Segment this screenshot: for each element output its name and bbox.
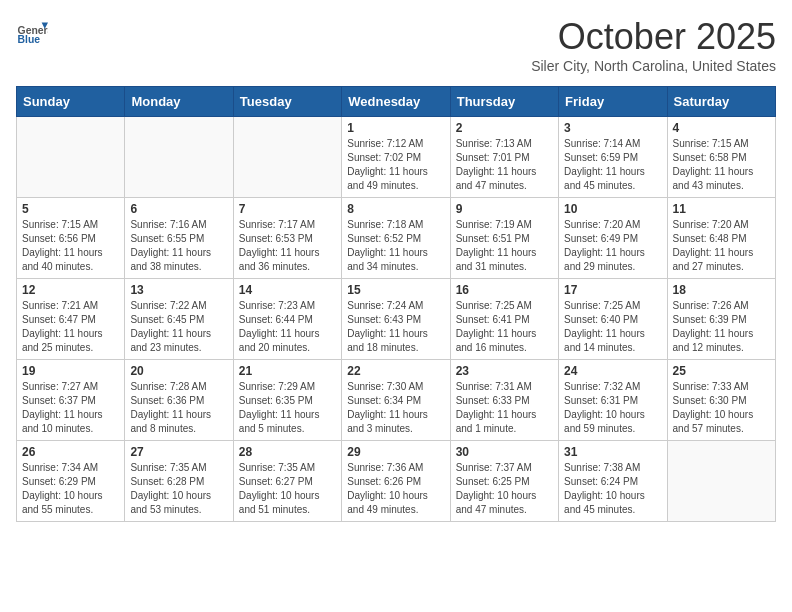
day-info: Sunrise: 7:27 AM Sunset: 6:37 PM Dayligh… bbox=[22, 380, 119, 436]
day-number: 28 bbox=[239, 445, 336, 459]
calendar-week-row: 12Sunrise: 7:21 AM Sunset: 6:47 PM Dayli… bbox=[17, 279, 776, 360]
day-number: 14 bbox=[239, 283, 336, 297]
calendar-cell: 17Sunrise: 7:25 AM Sunset: 6:40 PM Dayli… bbox=[559, 279, 667, 360]
calendar-header-row: SundayMondayTuesdayWednesdayThursdayFrid… bbox=[17, 87, 776, 117]
day-number: 4 bbox=[673, 121, 770, 135]
day-info: Sunrise: 7:28 AM Sunset: 6:36 PM Dayligh… bbox=[130, 380, 227, 436]
day-info: Sunrise: 7:35 AM Sunset: 6:28 PM Dayligh… bbox=[130, 461, 227, 517]
day-info: Sunrise: 7:22 AM Sunset: 6:45 PM Dayligh… bbox=[130, 299, 227, 355]
day-info: Sunrise: 7:21 AM Sunset: 6:47 PM Dayligh… bbox=[22, 299, 119, 355]
day-number: 9 bbox=[456, 202, 553, 216]
calendar-cell: 27Sunrise: 7:35 AM Sunset: 6:28 PM Dayli… bbox=[125, 441, 233, 522]
day-number: 2 bbox=[456, 121, 553, 135]
calendar-week-row: 1Sunrise: 7:12 AM Sunset: 7:02 PM Daylig… bbox=[17, 117, 776, 198]
calendar-cell: 15Sunrise: 7:24 AM Sunset: 6:43 PM Dayli… bbox=[342, 279, 450, 360]
col-header-sunday: Sunday bbox=[17, 87, 125, 117]
page-header: General Blue October 2025 Siler City, No… bbox=[16, 16, 776, 74]
day-info: Sunrise: 7:36 AM Sunset: 6:26 PM Dayligh… bbox=[347, 461, 444, 517]
day-number: 16 bbox=[456, 283, 553, 297]
calendar-cell: 13Sunrise: 7:22 AM Sunset: 6:45 PM Dayli… bbox=[125, 279, 233, 360]
calendar-cell bbox=[667, 441, 775, 522]
calendar-cell: 2Sunrise: 7:13 AM Sunset: 7:01 PM Daylig… bbox=[450, 117, 558, 198]
calendar-table: SundayMondayTuesdayWednesdayThursdayFrid… bbox=[16, 86, 776, 522]
day-number: 1 bbox=[347, 121, 444, 135]
calendar-cell: 23Sunrise: 7:31 AM Sunset: 6:33 PM Dayli… bbox=[450, 360, 558, 441]
day-number: 12 bbox=[22, 283, 119, 297]
day-number: 13 bbox=[130, 283, 227, 297]
day-info: Sunrise: 7:32 AM Sunset: 6:31 PM Dayligh… bbox=[564, 380, 661, 436]
calendar-cell: 22Sunrise: 7:30 AM Sunset: 6:34 PM Dayli… bbox=[342, 360, 450, 441]
day-number: 21 bbox=[239, 364, 336, 378]
calendar-cell: 9Sunrise: 7:19 AM Sunset: 6:51 PM Daylig… bbox=[450, 198, 558, 279]
day-number: 19 bbox=[22, 364, 119, 378]
calendar-cell: 19Sunrise: 7:27 AM Sunset: 6:37 PM Dayli… bbox=[17, 360, 125, 441]
day-info: Sunrise: 7:26 AM Sunset: 6:39 PM Dayligh… bbox=[673, 299, 770, 355]
calendar-cell: 12Sunrise: 7:21 AM Sunset: 6:47 PM Dayli… bbox=[17, 279, 125, 360]
day-info: Sunrise: 7:20 AM Sunset: 6:48 PM Dayligh… bbox=[673, 218, 770, 274]
day-info: Sunrise: 7:33 AM Sunset: 6:30 PM Dayligh… bbox=[673, 380, 770, 436]
day-info: Sunrise: 7:35 AM Sunset: 6:27 PM Dayligh… bbox=[239, 461, 336, 517]
day-number: 31 bbox=[564, 445, 661, 459]
col-header-saturday: Saturday bbox=[667, 87, 775, 117]
title-block: October 2025 Siler City, North Carolina,… bbox=[531, 16, 776, 74]
calendar-cell: 5Sunrise: 7:15 AM Sunset: 6:56 PM Daylig… bbox=[17, 198, 125, 279]
calendar-cell bbox=[125, 117, 233, 198]
day-info: Sunrise: 7:17 AM Sunset: 6:53 PM Dayligh… bbox=[239, 218, 336, 274]
calendar-cell: 10Sunrise: 7:20 AM Sunset: 6:49 PM Dayli… bbox=[559, 198, 667, 279]
day-info: Sunrise: 7:18 AM Sunset: 6:52 PM Dayligh… bbox=[347, 218, 444, 274]
calendar-week-row: 26Sunrise: 7:34 AM Sunset: 6:29 PM Dayli… bbox=[17, 441, 776, 522]
month-title: October 2025 bbox=[531, 16, 776, 58]
day-info: Sunrise: 7:37 AM Sunset: 6:25 PM Dayligh… bbox=[456, 461, 553, 517]
day-number: 7 bbox=[239, 202, 336, 216]
col-header-thursday: Thursday bbox=[450, 87, 558, 117]
day-info: Sunrise: 7:30 AM Sunset: 6:34 PM Dayligh… bbox=[347, 380, 444, 436]
day-number: 30 bbox=[456, 445, 553, 459]
day-info: Sunrise: 7:20 AM Sunset: 6:49 PM Dayligh… bbox=[564, 218, 661, 274]
day-info: Sunrise: 7:29 AM Sunset: 6:35 PM Dayligh… bbox=[239, 380, 336, 436]
location-subtitle: Siler City, North Carolina, United State… bbox=[531, 58, 776, 74]
day-number: 25 bbox=[673, 364, 770, 378]
calendar-cell: 16Sunrise: 7:25 AM Sunset: 6:41 PM Dayli… bbox=[450, 279, 558, 360]
col-header-friday: Friday bbox=[559, 87, 667, 117]
calendar-cell: 6Sunrise: 7:16 AM Sunset: 6:55 PM Daylig… bbox=[125, 198, 233, 279]
calendar-cell: 14Sunrise: 7:23 AM Sunset: 6:44 PM Dayli… bbox=[233, 279, 341, 360]
day-number: 29 bbox=[347, 445, 444, 459]
day-info: Sunrise: 7:12 AM Sunset: 7:02 PM Dayligh… bbox=[347, 137, 444, 193]
calendar-cell bbox=[17, 117, 125, 198]
day-info: Sunrise: 7:15 AM Sunset: 6:56 PM Dayligh… bbox=[22, 218, 119, 274]
calendar-cell: 8Sunrise: 7:18 AM Sunset: 6:52 PM Daylig… bbox=[342, 198, 450, 279]
calendar-cell: 30Sunrise: 7:37 AM Sunset: 6:25 PM Dayli… bbox=[450, 441, 558, 522]
day-info: Sunrise: 7:38 AM Sunset: 6:24 PM Dayligh… bbox=[564, 461, 661, 517]
day-number: 8 bbox=[347, 202, 444, 216]
day-number: 5 bbox=[22, 202, 119, 216]
calendar-cell: 4Sunrise: 7:15 AM Sunset: 6:58 PM Daylig… bbox=[667, 117, 775, 198]
calendar-cell bbox=[233, 117, 341, 198]
calendar-cell: 1Sunrise: 7:12 AM Sunset: 7:02 PM Daylig… bbox=[342, 117, 450, 198]
day-number: 26 bbox=[22, 445, 119, 459]
day-info: Sunrise: 7:25 AM Sunset: 6:40 PM Dayligh… bbox=[564, 299, 661, 355]
calendar-cell: 31Sunrise: 7:38 AM Sunset: 6:24 PM Dayli… bbox=[559, 441, 667, 522]
calendar-cell: 26Sunrise: 7:34 AM Sunset: 6:29 PM Dayli… bbox=[17, 441, 125, 522]
col-header-monday: Monday bbox=[125, 87, 233, 117]
day-number: 18 bbox=[673, 283, 770, 297]
day-number: 24 bbox=[564, 364, 661, 378]
day-number: 6 bbox=[130, 202, 227, 216]
calendar-week-row: 19Sunrise: 7:27 AM Sunset: 6:37 PM Dayli… bbox=[17, 360, 776, 441]
day-number: 20 bbox=[130, 364, 227, 378]
col-header-wednesday: Wednesday bbox=[342, 87, 450, 117]
day-number: 11 bbox=[673, 202, 770, 216]
day-number: 23 bbox=[456, 364, 553, 378]
calendar-cell: 18Sunrise: 7:26 AM Sunset: 6:39 PM Dayli… bbox=[667, 279, 775, 360]
day-number: 15 bbox=[347, 283, 444, 297]
logo: General Blue bbox=[16, 16, 48, 48]
calendar-cell: 20Sunrise: 7:28 AM Sunset: 6:36 PM Dayli… bbox=[125, 360, 233, 441]
calendar-cell: 11Sunrise: 7:20 AM Sunset: 6:48 PM Dayli… bbox=[667, 198, 775, 279]
day-number: 10 bbox=[564, 202, 661, 216]
svg-text:Blue: Blue bbox=[18, 34, 41, 45]
day-number: 27 bbox=[130, 445, 227, 459]
day-info: Sunrise: 7:23 AM Sunset: 6:44 PM Dayligh… bbox=[239, 299, 336, 355]
day-number: 22 bbox=[347, 364, 444, 378]
col-header-tuesday: Tuesday bbox=[233, 87, 341, 117]
day-info: Sunrise: 7:15 AM Sunset: 6:58 PM Dayligh… bbox=[673, 137, 770, 193]
calendar-cell: 24Sunrise: 7:32 AM Sunset: 6:31 PM Dayli… bbox=[559, 360, 667, 441]
